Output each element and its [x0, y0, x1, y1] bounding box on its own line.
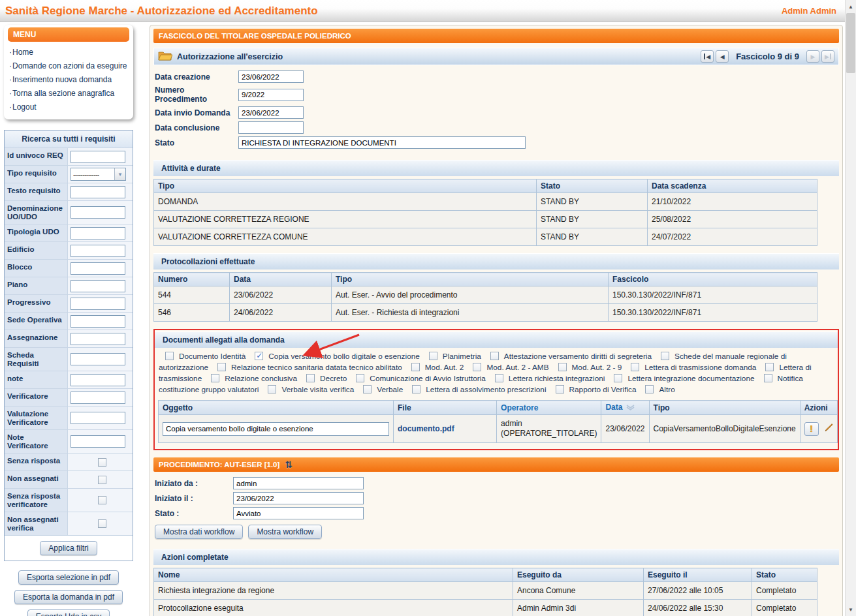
column-header-eseguito-da: Eseguito da — [513, 568, 644, 582]
table-row: DOMANDASTAND BY21/10/2022 — [154, 193, 817, 211]
checkbox-documento-identit[interactable] — [165, 352, 174, 360]
search-fields: Id univoco REQTipo requisito------------… — [5, 148, 133, 536]
menu-card: MENU HomeDomande con azioni da eseguireI… — [4, 25, 133, 119]
checkbox-altro[interactable] — [645, 385, 654, 393]
mostra-workflow-button[interactable]: Mostra workflow — [248, 525, 322, 539]
search-checkbox-non-assegnati-verifica[interactable] — [98, 519, 106, 528]
search-input-valutazione-verificatore[interactable] — [71, 412, 125, 424]
search-input-scheda-requisiti[interactable] — [71, 353, 125, 365]
chevron-down-icon[interactable]: ▼ — [114, 168, 125, 180]
search-select-tipo-requisito[interactable]: --------------▼ — [71, 168, 126, 181]
checkbox-planimetria[interactable] — [429, 352, 437, 360]
search-input-verificatore[interactable] — [71, 392, 125, 404]
search-label-tipo-requisito: Tipo requisito — [5, 166, 68, 183]
document-row: documento.pdf admin (OPERATORE_TITOLARE)… — [159, 415, 838, 443]
next-page-button[interactable]: ▶ — [806, 50, 819, 63]
checkbox-lettera-di-trasmissione[interactable] — [765, 363, 774, 371]
menu-item-domande-con-azioni-da-eseguire[interactable]: Domande con azioni da eseguire — [8, 58, 129, 72]
checkbox-lettera-integrazione-documentazione[interactable] — [614, 374, 622, 382]
search-label-progressivo: Progressivo — [5, 295, 68, 312]
search-input-piano[interactable] — [71, 280, 125, 292]
search-checkbox-non-assegnati[interactable] — [98, 476, 106, 484]
column-header-data[interactable]: Data — [601, 401, 649, 415]
search-input-sede-operativa[interactable] — [71, 315, 125, 328]
checkbox-notifica-costituzione-gruppo-valutatori[interactable] — [764, 374, 772, 382]
checkbox-verbale-visita-verifica[interactable] — [268, 385, 276, 393]
export-buttons: Esporta selezione in pdfEsporta la doman… — [4, 561, 133, 616]
search-label-denominazione-uo-udo: Denominazione UO/UDO — [5, 201, 68, 224]
esporta-selezione-in-pdf-button[interactable]: Esporta selezione in pdf — [18, 570, 119, 585]
selected-value: -------------- — [71, 171, 114, 178]
checkbox-relazione-conclusiva[interactable] — [211, 374, 219, 382]
search-input-edificio[interactable] — [71, 245, 125, 257]
search-label-id-univoco-req: Id univoco REQ — [5, 148, 68, 165]
search-input-blocco[interactable] — [71, 262, 125, 275]
protocollazioni-section-title: Protocollazioni effettuate — [153, 253, 839, 270]
search-input-denominazione-uo-udo[interactable] — [71, 206, 125, 219]
apply-filters-button[interactable]: Applica filtri — [40, 541, 97, 555]
checkbox-mod-aut-2[interactable] — [411, 363, 420, 371]
edit-pencil-icon[interactable] — [823, 423, 833, 435]
attivita-table: TipoStatoData scadenzaDOMANDASTAND BY21/… — [153, 179, 817, 246]
exclamation-icon-button[interactable]: ! — [804, 422, 819, 436]
first-page-button[interactable]: ◀ — [701, 50, 714, 63]
procedimento-stato-field[interactable] — [233, 507, 364, 519]
logged-in-user[interactable]: Admin Admin — [782, 6, 836, 16]
iniziato-il-field[interactable] — [233, 492, 364, 504]
search-input-testo-requisito[interactable] — [71, 186, 125, 198]
document-file-link[interactable]: documento.pdf — [398, 424, 454, 433]
iniziato-da-field[interactable] — [233, 477, 364, 489]
checkbox-rapporto-di-verifica[interactable] — [556, 385, 564, 393]
menu-item-inserimento-nuova-domanda[interactable]: Inserimento nuova domanda — [8, 72, 129, 85]
esporta-udo-in-csv-button[interactable]: Esporta Udo in csv — [27, 609, 110, 616]
data-conclusione-field[interactable] — [238, 121, 304, 134]
document-oggetto-input[interactable] — [163, 422, 389, 436]
column-header-azioni: Azioni — [800, 401, 837, 415]
sort-descending-icon — [626, 403, 635, 412]
data-invio-field[interactable] — [238, 106, 304, 119]
checkbox-attestazione-versamento-diritti-di-segreteria[interactable] — [490, 352, 499, 360]
column-header-stato: Stato — [752, 568, 817, 582]
previous-page-button[interactable]: ◀ — [716, 50, 729, 63]
search-input-assegnazione[interactable] — [71, 333, 125, 345]
search-checkbox-senza-risposta-verificatore[interactable] — [98, 496, 106, 504]
search-input-id-univoco-req[interactable] — [71, 151, 125, 163]
numero-procedimento-field[interactable] — [238, 89, 304, 101]
mostra-dati-workflow-button[interactable]: Mostra dati workflow — [155, 525, 243, 539]
doc-checkbox-item-mod-aut-2-9: Mod. Aut. 2 - 9 — [552, 363, 622, 372]
doc-checkbox-item-verbale: Verbale — [357, 385, 403, 394]
checkbox-mod-aut-2-9[interactable] — [558, 363, 567, 371]
checkbox-lettera-di-assolvimento-prescrizioni[interactable] — [412, 385, 420, 393]
checkbox-decreto[interactable] — [306, 374, 315, 382]
search-input-note-verificatore[interactable] — [71, 435, 125, 448]
search-input-tipologia-udo[interactable] — [71, 227, 125, 239]
checkbox-lettera-richiesta-integrazioni[interactable] — [495, 374, 503, 382]
checkbox-mod-aut-2-amb[interactable] — [473, 363, 481, 371]
procedimento-header: PROCEDIMENTO: AUT-ESER [1.0] ⇅ — [153, 457, 839, 472]
search-input-progressivo[interactable] — [71, 298, 125, 310]
checkbox-schede-del-manuale-regionale-di-autorizzazione[interactable] — [661, 352, 669, 360]
search-input-note[interactable] — [71, 374, 125, 386]
stato-field[interactable] — [238, 136, 526, 149]
last-page-button[interactable]: ▶ — [821, 50, 834, 63]
vertical-scrollbar[interactable]: ▲ ▼ — [845, 0, 856, 616]
protocollazioni-table: NumeroDataTipoFascicolo54423/06/2022Aut.… — [153, 272, 817, 322]
search-checkbox-senza-risposta[interactable] — [98, 458, 106, 467]
checkbox-lettera-di-trasmissione-domanda[interactable] — [631, 363, 639, 371]
checkbox-relazione-tecnico-sanitaria-datata-tecnico-abilitato[interactable] — [217, 363, 226, 371]
esporta-la-domanda-in-pdf-button[interactable]: Esporta la domanda in pdf — [14, 590, 123, 604]
checkbox-verbale[interactable] — [363, 385, 372, 393]
menu-item-home[interactable]: Home — [8, 44, 129, 58]
refresh-icon[interactable]: ⇅ — [285, 459, 293, 470]
menu-item-logout[interactable]: Logout — [8, 99, 129, 113]
scrollbar-thumb[interactable] — [846, 13, 855, 73]
column-header-operatore[interactable]: Operatore — [497, 401, 601, 415]
checkbox-copia-versamento-bollo-digitale-o-esenzione[interactable] — [255, 352, 263, 360]
scroll-down-arrow-icon[interactable]: ▼ — [846, 604, 856, 615]
table-cell: 23/06/2022 — [230, 286, 332, 304]
menu-item-torna-alla-sezione-anagrafica[interactable]: Torna alla sezione anagrafica — [8, 85, 129, 99]
doc-checkbox-item-lettera-di-assolvimento-prescrizioni: Lettera di assolvimento prescrizioni — [405, 385, 546, 394]
scroll-up-arrow-icon[interactable]: ▲ — [846, 1, 856, 12]
data-creazione-field[interactable] — [238, 70, 304, 83]
checkbox-comunicazione-di-avvio-istruttoria[interactable] — [356, 374, 364, 382]
